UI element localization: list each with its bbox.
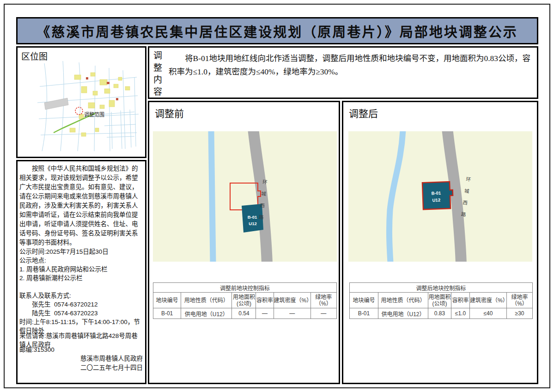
adjustment-content-label: 调整内容	[153, 50, 164, 98]
river-path	[211, 131, 213, 262]
col-header: 建筑密度（%）	[274, 293, 310, 308]
table-title: 调整后地块控制指标	[350, 283, 533, 293]
notice-line: 陆先生 0574-63720223	[19, 309, 144, 318]
col-header: 用地面积 (公顷)	[428, 293, 451, 308]
map-background	[153, 131, 337, 262]
cell-area: 0.83	[428, 308, 451, 319]
after-map: B-01 U12 环城西路	[348, 131, 532, 262]
notice-box: 按照《中华人民共和国城乡规划法》的相关要求，现对该规划调整予以公示，希望广大市民…	[16, 160, 146, 384]
adjustment-content-text: 将B-01地块用地红线向北作适当调整，调整后用地性质和地块编号不变，用地面积为0…	[169, 52, 533, 79]
notice-line: 1. 周巷镇人民政府网站和公示栏	[19, 265, 144, 274]
col-header: 地块编号	[153, 293, 181, 308]
after-adjustment-panel: 调整后 B-01 U12 环城西路 调整后地块控制指标 地块编号 用地性	[342, 101, 538, 384]
notice-line: 公示时间:2025年7月15日起30日	[19, 247, 144, 256]
cell-green: ≥30	[507, 308, 533, 319]
adjustment-scope-marker	[75, 107, 83, 115]
col-header: 用地面积 (公顷)	[232, 293, 256, 308]
notice-line: 来信请寄:慈溪市周巷镇环镇北路428号周巷镇人民政府	[19, 331, 144, 345]
plot-use-code-label: U12	[432, 197, 440, 203]
notice-line: 时间:上午8:15-11:15，下午14:00-17:00，节假日除外	[19, 318, 144, 331]
notice-line	[19, 282, 144, 291]
after-table: 调整后地块控制指标 地块编号 用地性质（代码） 用地面积 (公顷) 容积率 建筑…	[349, 282, 532, 319]
col-header: 地块编号	[350, 293, 378, 308]
adjustment-scope-label: 调整范围	[84, 111, 104, 117]
plot-code-label: B-01	[431, 190, 441, 196]
col-header: 用地性质（代码）	[378, 293, 428, 308]
notice-page: 《慈溪市周巷镇农民集中居住区建设规划（原周巷片）》局部地块调整公示 区位图	[0, 0, 554, 392]
before-adjustment-panel: 调整前 B-01 U12 环城西路 调整前地块控制指标 地块编号 用地性质（代码…	[148, 101, 340, 384]
cell-area: 0.54	[232, 308, 256, 319]
notice-line: 联系人及联系方式:	[19, 291, 144, 300]
col-header: 用地性质（代码）	[181, 293, 232, 308]
gray-urban-blob	[44, 98, 68, 110]
cell-plot-code: B-01	[350, 308, 378, 319]
title-bar: 《慈溪市周巷镇农民集中居住区建设规划（原周巷片）》局部地块调整公示	[16, 17, 538, 44]
plot-use-code-label: U12	[249, 221, 256, 226]
plot-polygon-redline	[422, 182, 453, 209]
cell-plot-code: B-01	[153, 308, 181, 319]
before-map-svg: B-01 U12	[153, 131, 337, 262]
plot-code-label: B-01	[248, 214, 257, 220]
signature-issuer: 慈溪市周巷镇人民政府	[19, 354, 143, 363]
cell-land-use: 供电用地（U12）	[378, 308, 428, 319]
notice-line: 邮编:315300	[19, 345, 144, 354]
after-panel-heading: 调整后	[349, 106, 378, 120]
cell-green: —	[310, 308, 336, 319]
cell-density: —	[274, 308, 310, 319]
col-header: 绿地率（%）	[310, 293, 336, 308]
notice-line: 2. 周巷镇新潮村公示栏	[19, 274, 144, 282]
signature-date: 二〇二五年七月十四日	[19, 363, 143, 373]
before-map: B-01 U12 环城西路	[153, 131, 337, 262]
cell-density: ≤40	[470, 308, 507, 319]
adjustment-content-box: 调整内容 将B-01地块用地红线向北作适当调整，调整后用地性质和地块编号不变，用…	[148, 46, 538, 99]
notice-line: 公示地点:	[19, 256, 144, 265]
col-header: 建筑密度（%）	[470, 293, 507, 308]
before-panel-heading: 调整前	[155, 106, 184, 120]
signature-block: 慈溪市周巷镇人民政府 二〇二五年七月十四日	[19, 354, 144, 373]
col-header: 容积率	[451, 293, 470, 308]
built-area-patches	[70, 73, 130, 136]
cell-far: —	[256, 308, 274, 319]
plot-group: B-01 U12	[422, 182, 453, 209]
cell-far: ≤1.0	[451, 308, 470, 319]
col-header: 容积率	[256, 293, 274, 308]
after-map-svg: B-01 U12	[348, 131, 532, 262]
notice-paragraph: 按照《中华人民共和国城乡规划法》的相关要求，现对该规划调整予以公示，希望广大市民…	[19, 164, 144, 247]
location-map: 调整范围	[35, 59, 140, 155]
location-map-box: 区位图	[16, 46, 146, 158]
page-title: 《慈溪市周巷镇农民集中居住区建设规划（原周巷片）》局部地块调整公示	[37, 21, 518, 41]
notice-line: 张先生 0574-63720212	[19, 300, 144, 309]
table-title: 调整前地块控制指标	[153, 283, 337, 293]
cell-land-use: 供电用地（U12）	[181, 308, 232, 319]
before-table: 调整前地块控制指标 地块编号 用地性质（代码） 用地面积 (公顷) 容积率 建筑…	[153, 282, 337, 319]
col-header: 绿地率（%）	[507, 293, 533, 308]
